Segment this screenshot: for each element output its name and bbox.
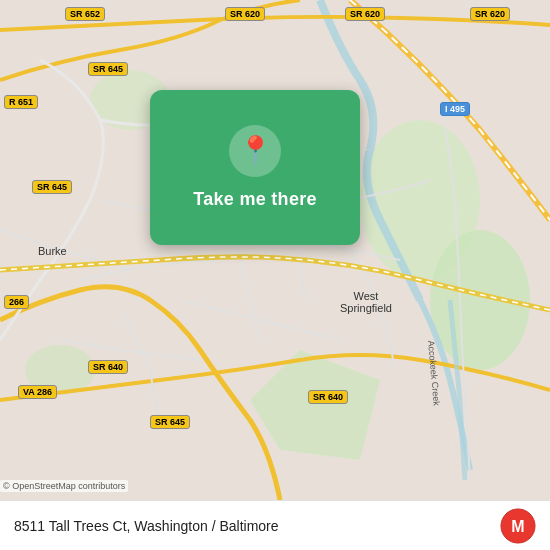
moovit-icon: M (500, 508, 536, 544)
burke-label: Burke (38, 245, 67, 257)
svg-text:M: M (511, 518, 524, 535)
route-badge-sr620-1: SR 620 (225, 7, 265, 21)
route-badge-i495: I 495 (440, 102, 470, 116)
moovit-logo: M (500, 508, 536, 544)
location-pin-circle: 📍 (229, 125, 281, 177)
attribution: © OpenStreetMap contributors (0, 480, 128, 492)
route-badge-sr620-3: SR 620 (470, 7, 510, 21)
route-badge-sr645-3: SR 645 (150, 415, 190, 429)
route-badge-sr645-1: SR 645 (88, 62, 128, 76)
route-badge-sr640-2: SR 640 (308, 390, 348, 404)
route-badge-sr645-2: SR 645 (32, 180, 72, 194)
location-card[interactable]: 📍 Take me there (150, 90, 360, 245)
west-springfield-label: WestSpringfield (340, 290, 392, 314)
route-badge-va286: VA 286 (18, 385, 57, 399)
route-badge-266: 266 (4, 295, 29, 309)
address-text: 8511 Tall Trees Ct, Washington / Baltimo… (14, 518, 500, 534)
route-badge-sr651: R 651 (4, 95, 38, 109)
route-badge-sr620-2: SR 620 (345, 7, 385, 21)
bottom-bar: 8511 Tall Trees Ct, Washington / Baltimo… (0, 500, 550, 550)
route-badge-sr652: SR 652 (65, 7, 105, 21)
location-pin-icon: 📍 (238, 137, 273, 165)
map-container: SR 652 SR 620 SR 620 SR 620 R 651 SR 645… (0, 0, 550, 500)
take-me-there-button[interactable]: Take me there (193, 189, 317, 210)
route-badge-sr640-1: SR 640 (88, 360, 128, 374)
